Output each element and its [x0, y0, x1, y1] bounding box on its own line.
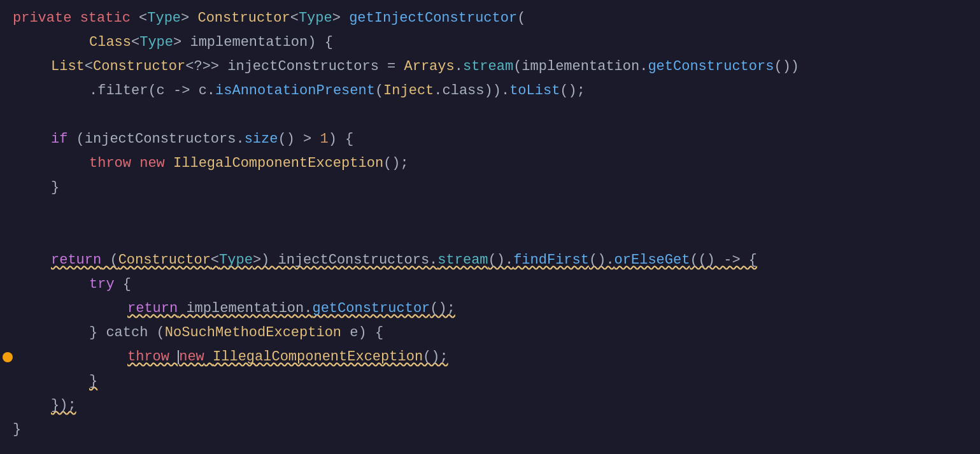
token: stream: [437, 252, 488, 268]
token: getConstructor: [312, 301, 430, 316]
token: implementation.: [178, 301, 312, 316]
token: >) injectConstructors.: [253, 252, 437, 268]
code-line: private static <Type> Constructor<Type> …: [0, 6, 980, 31]
line-content: } catch (NoSuchMethodException e) {: [89, 322, 383, 344]
token: return: [51, 252, 101, 268]
token: .: [455, 59, 463, 74]
line-content: try {: [89, 273, 131, 295]
token: <: [290, 10, 299, 26]
token: if: [51, 131, 67, 147]
token: Type: [147, 10, 181, 26]
token: [71, 10, 80, 26]
line-content: List<Constructor<?>> injectConstructors …: [51, 55, 799, 78]
line-content: throw new IllegalComponentException();: [127, 346, 448, 368]
token: ().: [589, 252, 614, 268]
token: ().: [488, 252, 514, 268]
token: private: [13, 10, 71, 26]
token: Arrays: [404, 59, 455, 74]
token: Inject: [383, 83, 434, 99]
token: }: [13, 422, 21, 437]
token: 1: [320, 131, 328, 147]
token: });: [51, 397, 76, 413]
token: isAnnotationPresent: [215, 83, 375, 99]
token: }: [51, 180, 59, 195]
line-content: });: [51, 394, 76, 416]
token: throw: [127, 349, 169, 365]
token: ();: [560, 83, 585, 99]
token: (injectConstructors.: [67, 131, 244, 147]
token: getConstructors: [648, 59, 774, 74]
code-line: [0, 103, 980, 127]
token: findFirst: [513, 252, 589, 268]
token: Constructor: [93, 59, 185, 74]
token: <: [131, 10, 147, 26]
code-line: }: [0, 369, 980, 394]
code-line: } catch (NoSuchMethodException e) {: [0, 321, 980, 345]
token: [169, 349, 178, 365]
token: Class: [89, 34, 131, 50]
code-content: private static <Type> Constructor<Type> …: [0, 6, 980, 442]
token: <: [85, 59, 93, 74]
token: .class)).: [434, 83, 509, 99]
token: () >: [278, 131, 320, 147]
code-editor: private static <Type> Constructor<Type> …: [0, 0, 980, 454]
code-line: }: [0, 418, 980, 442]
token: <: [131, 34, 139, 50]
token: Type: [299, 10, 332, 26]
token: throw: [89, 155, 131, 171]
line-content: }: [89, 370, 97, 392]
line-content: return implementation.getConstructor();: [127, 297, 455, 320]
token: try: [89, 276, 115, 292]
line-content: .filter(c -> c.isAnnotationPresent(Injec…: [89, 80, 585, 102]
token: ) {: [329, 131, 354, 147]
token: List: [51, 59, 85, 74]
token: IllegalComponentException: [213, 349, 423, 365]
token: } catch (: [89, 325, 165, 341]
line-content: }: [13, 418, 21, 441]
token: orElseGet: [614, 252, 690, 268]
code-line: }: [0, 176, 980, 200]
code-line: return implementation.getConstructor();: [0, 297, 980, 321]
code-line: Class<Type> implementation) {: [0, 31, 980, 55]
token: return: [127, 301, 178, 316]
token: static: [80, 10, 131, 26]
code-line: try {: [0, 273, 980, 297]
token: Constructor: [118, 252, 211, 268]
token: getInjectConstructor: [349, 10, 517, 26]
breakpoint-indicator: [3, 352, 13, 362]
token: IllegalComponentException: [173, 155, 383, 171]
token: e) {: [341, 325, 383, 341]
line-content: return (Constructor<Type>) injectConstru…: [51, 249, 757, 271]
line-content: throw new IllegalComponentException();: [89, 152, 409, 174]
code-line: throw new IllegalComponentException();: [0, 345, 980, 369]
token: Constructor: [197, 10, 290, 26]
token: ();: [430, 301, 455, 316]
code-line: .filter(c -> c.isAnnotationPresent(Injec…: [0, 79, 980, 103]
code-line: [0, 224, 980, 248]
code-line: if (injectConstructors.size() > 1) {: [0, 127, 980, 152]
token: (() -> {: [690, 252, 757, 268]
token: [165, 155, 173, 171]
token: }: [89, 373, 97, 389]
token: ();: [383, 155, 409, 171]
line-content: }: [51, 176, 59, 199]
token: (: [517, 10, 525, 26]
line-content: if (injectConstructors.size() > 1) {: [51, 128, 353, 150]
token: >: [332, 10, 349, 26]
token: NoSuchMethodException: [165, 325, 341, 341]
token: (: [101, 252, 118, 268]
line-content: private static <Type> Constructor<Type> …: [13, 7, 525, 29]
token: .filter(c -> c.: [89, 83, 215, 99]
token: new: [139, 155, 165, 171]
line-content: Class<Type> implementation) {: [89, 31, 333, 53]
code-line: throw new IllegalComponentException();: [0, 152, 980, 176]
token: [131, 155, 139, 171]
token: ();: [423, 349, 448, 365]
token: toList: [509, 83, 560, 99]
token: Type: [139, 34, 173, 50]
token: size: [245, 131, 278, 147]
token: <?>> injectConstructors =: [185, 59, 404, 74]
token: (implementation.: [513, 59, 648, 74]
token: Type: [219, 252, 253, 268]
token: (: [375, 83, 383, 99]
